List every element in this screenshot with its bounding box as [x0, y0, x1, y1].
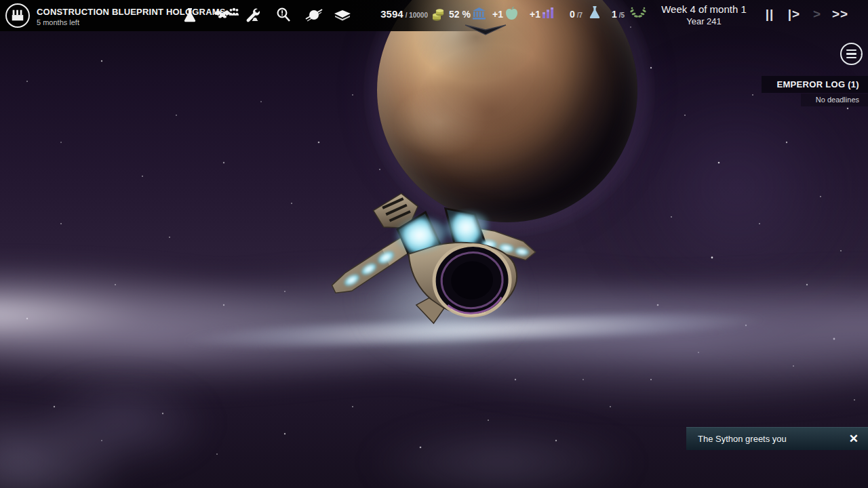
food-readout: +1	[492, 9, 503, 20]
factory-icon	[5, 3, 30, 28]
production-readout: +1	[530, 9, 540, 20]
close-icon[interactable]: ✕	[849, 432, 859, 446]
topbar-expand-chevron[interactable]	[464, 24, 507, 37]
date-year: Year 241	[643, 16, 765, 26]
influence-readout: 1 /5	[612, 9, 625, 20]
notification-banner[interactable]: The Sython greets you ✕	[686, 427, 868, 450]
apple-icon	[505, 6, 518, 20]
game-viewport: CONSTRUCTION BLUEPRINT HOLOGRAMS 5 month…	[0, 0, 868, 488]
inspect-magnifier-icon[interactable]	[274, 5, 293, 24]
research-flask-icon[interactable]	[180, 5, 199, 24]
fastest-speed-button[interactable]: >>	[829, 7, 852, 22]
research-readout: 0 /7	[570, 9, 583, 20]
emperor-log-header[interactable]: EMPEROR LOG (1)	[762, 76, 868, 93]
credits-value: 3594	[380, 8, 403, 20]
project-time-left: 5 months left	[37, 18, 79, 26]
notification-text: The Sython greets you	[686, 434, 787, 444]
credits-max: / 10000	[406, 12, 428, 19]
production-delta: +1	[530, 9, 540, 20]
engineering-wrench-icon[interactable]	[243, 5, 262, 24]
treasury-readout: 52 %	[449, 9, 471, 20]
fast-speed-button[interactable]: >	[806, 7, 829, 22]
hamburger-line	[846, 53, 856, 54]
nebula-bottom-left	[0, 366, 298, 488]
hamburger-line	[846, 57, 856, 58]
influence-value: 1	[612, 9, 617, 20]
ringed-planet-icon[interactable]	[304, 5, 323, 24]
food-delta: +1	[492, 9, 503, 20]
nebula-bottom-center	[312, 407, 692, 488]
diplomacy-handshake-icon[interactable]	[213, 5, 232, 24]
research-value: 0	[570, 9, 575, 20]
emperor-log-status: No deadlines	[801, 94, 868, 106]
play-button[interactable]: |>	[783, 7, 806, 22]
coins-icon	[431, 7, 445, 23]
influence-max: /5	[619, 12, 625, 19]
game-date: Week 4 of month 1 Year 241	[643, 3, 765, 26]
date-week: Week 4 of month 1	[643, 3, 765, 15]
spaceship[interactable]	[309, 187, 539, 328]
treasury-pct: 52 %	[449, 9, 471, 20]
hamburger-line	[846, 49, 856, 51]
research-flask-blue-icon	[589, 5, 601, 20]
research-max: /7	[577, 12, 583, 19]
bar-chart-icon	[542, 7, 555, 18]
credits-readout: 3594 / 10000	[342, 8, 428, 20]
pause-button[interactable]: ||	[758, 7, 781, 22]
hamburger-menu-button[interactable]	[840, 43, 863, 65]
bank-icon	[473, 7, 486, 20]
